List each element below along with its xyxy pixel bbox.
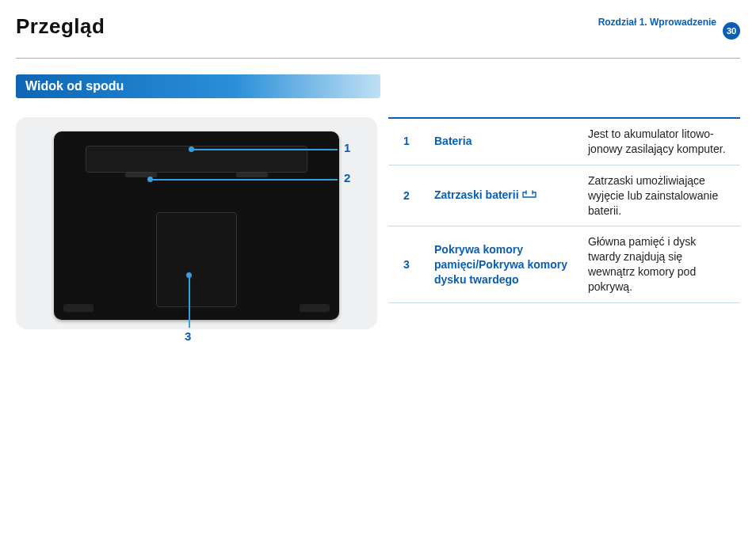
part-name: Bateria: [425, 118, 578, 165]
laptop-bottom-illustration: [54, 131, 339, 320]
part-number: 3: [388, 226, 425, 303]
section-title: Widok od spodu: [16, 74, 380, 98]
illustration-latch: [236, 173, 268, 177]
figure-column: 1 2 3: [16, 117, 365, 329]
part-name: Pokrywa komory pamięci/Pokrywa komory dy…: [425, 226, 578, 303]
part-desc: Zatrzaski umożliwiające wyjęcie lub zain…: [578, 165, 740, 226]
illustration-foot: [300, 304, 330, 312]
chapter-info: Rozdział 1. Wprowadzenie: [598, 17, 716, 29]
part-number: 1: [388, 118, 425, 165]
part-name-text: Zatrzaski baterii: [434, 188, 519, 201]
section-header: Widok od spodu: [16, 74, 740, 98]
illustration-cover-panel: [156, 212, 237, 307]
figure-box: 1 2 3: [16, 117, 377, 329]
part-name-text: Bateria: [434, 135, 472, 147]
part-name: Zatrzaski baterii: [425, 165, 578, 226]
parts-table: 1 Bateria Jest to akumulator litowo-jono…: [388, 117, 740, 303]
part-name-text: Pokrywa komory pamięci/Pokrywa komory dy…: [434, 243, 567, 286]
part-number: 2: [388, 165, 425, 226]
part-desc: Główna pamięć i dysk twardy znajdują się…: [578, 226, 740, 303]
callout-line: [189, 276, 190, 328]
illustration-foot: [63, 304, 94, 312]
page-number: 30: [723, 22, 740, 40]
page-header: Przegląd Rozdział 1. Wprowadzenie 30: [16, 14, 740, 59]
callout-line: [190, 149, 338, 150]
table-row: 2 Zatrzaski baterii Zatrzaski umożliwiaj…: [388, 165, 740, 226]
page-title: Przegląd: [16, 14, 105, 38]
callout-number-2: 2: [344, 171, 350, 184]
callout-number-3: 3: [185, 329, 191, 343]
chapter-line1: Rozdział 1.: [598, 17, 647, 28]
table-row: 1 Bateria Jest to akumulator litowo-jono…: [388, 118, 740, 165]
chapter-line2: Wprowadzenie: [650, 17, 716, 28]
table-row: 3 Pokrywa komory pamięci/Pokrywa komory …: [388, 226, 740, 303]
part-desc: Jest to akumulator litowo-jonowy zasilaj…: [578, 118, 740, 165]
parts-table-column: 1 Bateria Jest to akumulator litowo-jono…: [388, 117, 740, 329]
callout-line: [151, 179, 338, 181]
latch-icon: [522, 188, 536, 203]
callout-number-1: 1: [344, 141, 350, 154]
